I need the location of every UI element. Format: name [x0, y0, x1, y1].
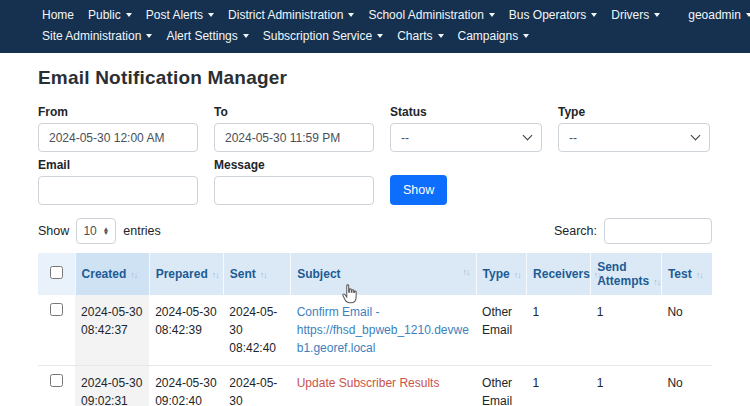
- select-all-header: [38, 253, 75, 295]
- col-label: Created: [82, 267, 127, 281]
- entries-label: entries: [123, 224, 161, 238]
- chevron-down-icon: [348, 13, 354, 17]
- col-header-subject[interactable]: Subject↑↓: [291, 253, 476, 295]
- test-cell: No: [661, 295, 712, 366]
- nav-item-label: Subscription Service: [263, 29, 372, 43]
- receivers-cell: 1: [527, 295, 591, 366]
- email-input[interactable]: [38, 176, 198, 205]
- chevron-down-icon: [691, 131, 701, 141]
- email-notifications-table: Created↑↓ Prepared↑↓ Sent↑↓ Subject↑↓ Ty…: [38, 253, 712, 406]
- chevron-down-icon: [523, 34, 529, 38]
- sort-icon: ↑↓: [130, 270, 137, 280]
- to-label: To: [214, 105, 374, 119]
- col-header-prepared[interactable]: Prepared↑↓: [149, 253, 223, 295]
- send-attempts-cell: 1: [591, 366, 662, 406]
- nav-item-campaigns[interactable]: Campaigns: [458, 29, 530, 43]
- nav-item-label: Post Alerts: [146, 8, 203, 22]
- sent-cell: 2024-05-30 09:02:40: [223, 366, 290, 406]
- created-cell: 2024-05-30 09:02:31: [75, 366, 149, 406]
- sort-icon: ↑↓: [653, 277, 660, 287]
- test-cell: No: [661, 366, 712, 406]
- table-controls: Show 10 ▲▼ entries Search:: [38, 218, 712, 244]
- row-checkbox[interactable]: [50, 374, 63, 387]
- chevron-down-icon: [591, 13, 597, 17]
- status-label: Status: [390, 105, 542, 119]
- email-field-group: Email: [38, 152, 198, 205]
- prepared-cell: 2024-05-30 09:02:40: [149, 366, 223, 406]
- nav-item-label: Bus Operators: [509, 8, 586, 22]
- status-select[interactable]: --: [390, 123, 542, 152]
- col-header-receivers[interactable]: Receivers↑↓: [527, 253, 591, 295]
- filter-form: From To Status -- Type -- Email Messa: [38, 99, 712, 205]
- col-header-send-attempts[interactable]: Send Attempts↑↓: [591, 253, 662, 295]
- from-label: From: [38, 105, 198, 119]
- table-header-row: Created↑↓ Prepared↑↓ Sent↑↓ Subject↑↓ Ty…: [38, 253, 712, 295]
- updown-arrows-icon: ▲▼: [103, 227, 109, 235]
- sort-icon: ↑↓: [260, 270, 267, 280]
- nav-item-home[interactable]: Home: [42, 8, 74, 22]
- status-field-group: Status --: [390, 99, 542, 152]
- nav-item-label: Site Administration: [42, 29, 141, 43]
- nav-item-user-menu[interactable]: geoadmin: [688, 8, 750, 22]
- chevron-down-icon: [438, 34, 444, 38]
- col-label: Prepared: [156, 267, 208, 281]
- col-label: Receivers: [533, 267, 590, 281]
- col-label: Sent: [230, 267, 256, 281]
- col-header-created[interactable]: Created↑↓: [75, 253, 149, 295]
- nav-item-label: Drivers: [611, 8, 649, 22]
- col-header-type[interactable]: Type↑↓: [476, 253, 527, 295]
- nav-item-label: District Administration: [228, 8, 343, 22]
- email-label: Email: [38, 158, 198, 172]
- chevron-down-icon: [654, 13, 660, 17]
- type-select[interactable]: --: [558, 123, 710, 152]
- col-label: Test: [668, 267, 692, 281]
- subject-link[interactable]: Confirm Email - https://fhsd_bpweb_1210.…: [297, 305, 469, 355]
- select-all-checkbox[interactable]: [50, 266, 63, 279]
- col-label: Type: [483, 267, 510, 281]
- nav-item-bus-operators[interactable]: Bus Operators: [509, 8, 597, 22]
- col-label: Subject: [297, 267, 340, 281]
- created-cell: 2024-05-30 08:42:37: [75, 295, 149, 366]
- table-row: 2024-05-30 08:42:37 2024-05-30 08:42:39 …: [38, 295, 712, 366]
- send-attempts-cell: 1: [591, 295, 662, 366]
- sort-icon: ↑↓: [463, 267, 470, 277]
- message-label: Message: [214, 158, 374, 172]
- type-selected-value: --: [569, 131, 577, 145]
- sort-icon: ↑↓: [514, 270, 521, 280]
- nav-item-district-administration[interactable]: District Administration: [228, 8, 354, 22]
- col-header-sent[interactable]: Sent↑↓: [223, 253, 290, 295]
- main-content: Email Notification Manager From To Statu…: [0, 53, 750, 406]
- nav-item-label: School Administration: [368, 8, 483, 22]
- message-input[interactable]: [214, 176, 374, 205]
- col-label: Send Attempts: [597, 260, 649, 288]
- nav-item-charts[interactable]: Charts: [397, 29, 443, 43]
- from-field-group: From: [38, 99, 198, 152]
- chevron-down-icon: [489, 13, 495, 17]
- from-input[interactable]: [38, 123, 198, 152]
- type-cell: Other Email: [476, 295, 527, 366]
- chevron-down-icon: [243, 34, 249, 38]
- row-checkbox[interactable]: [50, 303, 63, 316]
- type-cell: Other Email: [476, 366, 527, 406]
- chevron-down-icon: [146, 34, 152, 38]
- to-input[interactable]: [214, 123, 374, 152]
- show-button[interactable]: Show: [390, 175, 447, 205]
- search-input[interactable]: [604, 218, 712, 244]
- nav-item-public[interactable]: Public: [88, 8, 132, 22]
- subject-link[interactable]: Update Subscriber Results: [297, 376, 440, 390]
- nav-item-alert-settings[interactable]: Alert Settings: [166, 29, 248, 43]
- chevron-down-icon: [208, 13, 214, 17]
- nav-item-subscription-service[interactable]: Subscription Service: [263, 29, 383, 43]
- nav-item-school-administration[interactable]: School Administration: [368, 8, 494, 22]
- chevron-down-icon: [746, 13, 750, 17]
- nav-item-label: Public: [88, 8, 121, 22]
- page-size-select[interactable]: 10 ▲▼: [76, 218, 116, 244]
- nav-item-post-alerts[interactable]: Post Alerts: [146, 8, 214, 22]
- sort-icon: ↑↓: [212, 270, 219, 280]
- top-navbar: Home Public Post Alerts District Adminis…: [0, 0, 750, 53]
- col-header-test[interactable]: Test↑↓: [661, 253, 712, 295]
- nav-item-site-administration[interactable]: Site Administration: [42, 29, 152, 43]
- chevron-down-icon: [523, 131, 533, 141]
- nav-item-drivers[interactable]: Drivers: [611, 8, 660, 22]
- show-entries-label: Show: [38, 224, 69, 238]
